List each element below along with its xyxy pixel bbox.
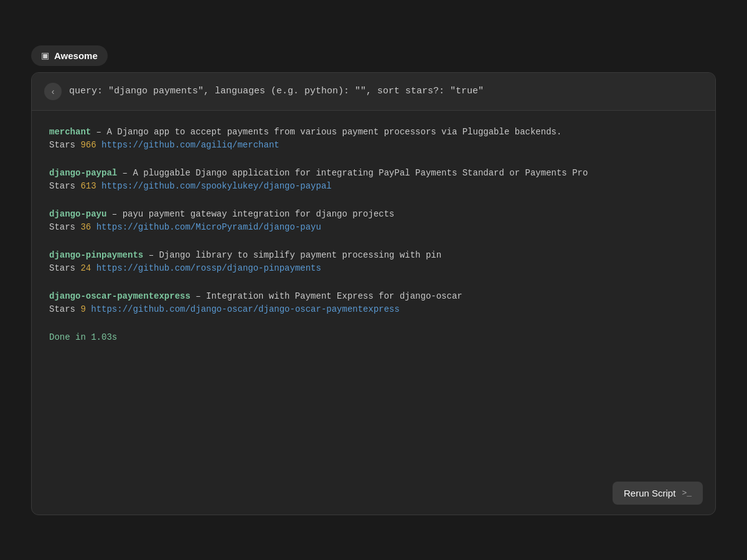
result-link[interactable]: https://github.com/agiliq/merchant [101,140,280,150]
result-name: django-pinpayments [49,250,143,260]
stars-label: Stars [49,140,80,150]
result-description: – Integration with Payment Express for d… [190,291,463,301]
result-stars-line: Stars 24 https://github.com/rossp/django… [49,262,698,275]
panel-content: merchant – A Django app to accept paymen… [32,111,715,472]
stars-count: 9 [80,304,91,314]
result-stars-line: Stars 36 https://github.com/MicroPyramid… [49,221,698,234]
panel-header: ‹ query: "django payments", languages (e… [32,73,715,111]
result-description: – payu payment gateway integration for d… [106,209,394,219]
outer-container: ▣ Awesome ‹ query: "django payments", la… [31,45,716,515]
result-name: django-oscar-paymentexpress [49,291,190,301]
query-text: query: "django payments", languages (e.g… [69,86,484,96]
result-line-name: django-oscar-paymentexpress – Integratio… [49,290,698,303]
result-stars-line: Stars 613 https://github.com/spookylukey… [49,180,698,193]
result-item: django-paypal – A pluggable Django appli… [49,167,698,193]
stars-label: Stars [49,263,80,273]
result-link[interactable]: https://github.com/MicroPyramid/django-p… [96,222,321,232]
result-name: django-payu [49,209,106,219]
result-description: – Django library to simplify payment pro… [143,250,441,260]
rerun-button[interactable]: Rerun Script >_ [613,482,703,505]
result-stars-line: Stars 966 https://github.com/agiliq/merc… [49,139,698,152]
result-line-name: django-paypal – A pluggable Django appli… [49,167,698,180]
panel-footer: Rerun Script >_ [32,472,715,515]
result-name: merchant [49,127,91,137]
result-item: django-oscar-paymentexpress – Integratio… [49,290,698,316]
result-item: django-payu – payu payment gateway integ… [49,208,698,234]
stars-count: 613 [80,181,101,191]
stars-label: Stars [49,304,80,314]
result-item: django-pinpayments – Django library to s… [49,249,698,275]
result-description: – A pluggable Django application for int… [117,168,588,178]
stars-count: 966 [80,140,101,150]
result-line-name: merchant – A Django app to accept paymen… [49,126,698,139]
rerun-icon: >_ [682,488,692,498]
stars-label: Stars [49,222,80,232]
title-bar-icon: ▣ [41,50,49,60]
result-name: django-paypal [49,168,117,178]
stars-label: Stars [49,181,80,191]
rerun-label: Rerun Script [624,488,675,498]
stars-count: 36 [80,222,96,232]
stars-count: 24 [80,263,96,273]
title-bar: ▣ Awesome [31,45,108,66]
result-item: merchant – A Django app to accept paymen… [49,126,698,152]
result-line-name: django-pinpayments – Django library to s… [49,249,698,262]
result-line-name: django-payu – payu payment gateway integ… [49,208,698,221]
result-description: – A Django app to accept payments from v… [91,127,561,137]
title-bar-label: Awesome [54,50,98,61]
result-link[interactable]: https://github.com/spookylukey/django-pa… [101,181,332,191]
result-stars-line: Stars 9 https://github.com/django-oscar/… [49,303,698,316]
result-link[interactable]: https://github.com/rossp/django-pinpayme… [96,263,321,273]
back-button[interactable]: ‹ [44,83,62,100]
result-link[interactable]: https://github.com/django-oscar/django-o… [91,304,400,314]
main-panel: ‹ query: "django payments", languages (e… [31,72,716,515]
done-text: Done in 1.03s [49,331,698,344]
